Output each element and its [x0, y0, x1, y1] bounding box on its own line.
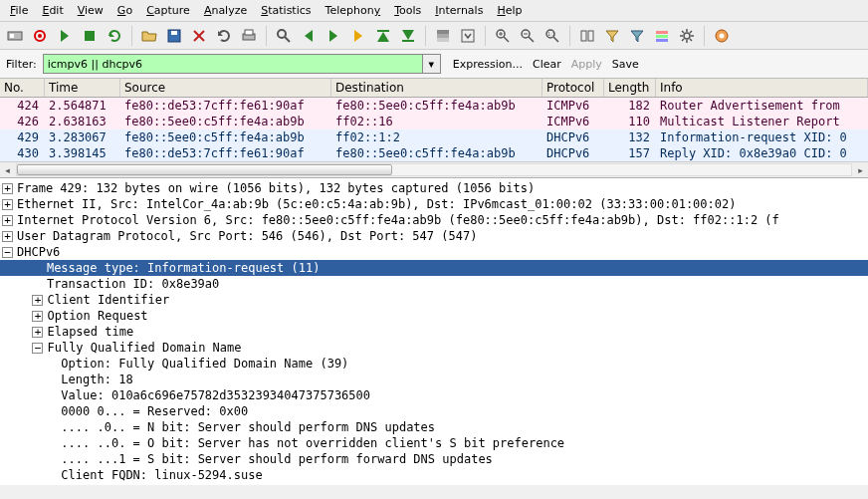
open-file-icon[interactable]: [138, 25, 160, 47]
cell-protocol: DHCPv6: [542, 129, 604, 145]
expand-icon[interactable]: +: [32, 295, 43, 306]
display-filters-icon[interactable]: [626, 25, 648, 47]
col-time[interactable]: Time: [45, 79, 120, 97]
go-to-packet-icon[interactable]: [347, 25, 369, 47]
menu-edit[interactable]: Edit: [36, 2, 69, 19]
toolbar: 1:1: [0, 22, 868, 50]
tree-fqdn[interactable]: −Fully Qualified Domain Name: [0, 340, 868, 356]
col-no[interactable]: No.: [0, 79, 45, 97]
expand-icon[interactable]: +: [2, 199, 13, 210]
interfaces-icon[interactable]: [4, 25, 26, 47]
expand-icon[interactable]: +: [32, 311, 43, 322]
packet-row[interactable]: 4303.398145fe80::de53:7cff:fe61:90affe80…: [0, 145, 868, 161]
zoom-in-icon[interactable]: [492, 25, 514, 47]
stop-capture-icon[interactable]: [79, 25, 101, 47]
packet-row[interactable]: 4242.564871fe80::de53:7cff:fe61:90affe80…: [0, 98, 868, 114]
tree-fqdn-length[interactable]: Length: 18: [0, 372, 868, 387]
tree-ethernet[interactable]: +Ethernet II, Src: IntelCor_4a:ab:9b (5c…: [0, 196, 868, 212]
print-icon[interactable]: [238, 25, 260, 47]
menu-capture[interactable]: Capture: [140, 2, 196, 19]
svg-text:1:1: 1:1: [547, 31, 555, 37]
expand-icon[interactable]: +: [2, 231, 13, 242]
capture-options-icon[interactable]: [29, 25, 51, 47]
collapse-icon[interactable]: −: [32, 343, 43, 354]
filter-clear-button[interactable]: Clear: [533, 58, 561, 71]
expand-icon[interactable]: +: [32, 327, 43, 338]
tree-fqdn-reserved[interactable]: 0000 0... = Reserved: 0x00: [0, 403, 868, 419]
col-destination[interactable]: Destination: [331, 79, 542, 97]
menu-help[interactable]: Help: [491, 2, 528, 19]
save-file-icon[interactable]: [163, 25, 185, 47]
help-icon[interactable]: [711, 25, 733, 47]
cell-time: 3.398145: [45, 145, 120, 161]
scroll-thumb[interactable]: [17, 164, 392, 175]
packet-list-hscrollbar[interactable]: ◂ ▸: [0, 161, 868, 177]
svg-rect-8: [245, 30, 253, 35]
find-icon[interactable]: [273, 25, 295, 47]
tree-frame[interactable]: +Frame 429: 132 bytes on wire (1056 bits…: [0, 180, 868, 196]
menu-statistics[interactable]: Statistics: [255, 2, 317, 19]
menu-analyze[interactable]: Analyze: [198, 2, 253, 19]
go-first-icon[interactable]: [372, 25, 394, 47]
tree-elapsed-time[interactable]: +Elapsed time: [0, 324, 868, 340]
packet-list-header[interactable]: No. Time Source Destination Protocol Len…: [0, 79, 868, 98]
restart-capture-icon[interactable]: [104, 25, 125, 47]
svg-point-9: [278, 30, 286, 38]
cell-protocol: DHCPv6: [542, 145, 604, 161]
col-source[interactable]: Source: [120, 79, 331, 97]
col-info[interactable]: Info: [656, 79, 868, 97]
menu-go[interactable]: Go: [111, 2, 138, 19]
scroll-left-icon[interactable]: ◂: [0, 162, 15, 177]
menu-file[interactable]: File: [4, 2, 34, 19]
go-forward-icon[interactable]: [323, 25, 344, 47]
cell-time: 2.564871: [45, 98, 120, 114]
menu-telephony[interactable]: Telephony: [320, 2, 387, 19]
colorize-icon[interactable]: [432, 25, 454, 47]
packet-row[interactable]: 4293.283067fe80::5ee0:c5ff:fe4a:ab9bff02…: [0, 129, 868, 145]
menu-view[interactable]: View: [72, 2, 109, 19]
packet-row[interactable]: 4262.638163fe80::5ee0:c5ff:fe4a:ab9bff02…: [0, 114, 868, 129]
menu-tools[interactable]: Tools: [388, 2, 427, 19]
go-last-icon[interactable]: [397, 25, 419, 47]
tree-dhcpv6-txid[interactable]: Transaction ID: 0x8e39a0: [0, 276, 868, 292]
tree-fqdn-option[interactable]: Option: Fully Qualified Domain Name (39): [0, 356, 868, 372]
tree-dhcpv6-msg-type[interactable]: Message type: Information-request (11): [0, 260, 868, 276]
zoom-100-icon[interactable]: 1:1: [542, 25, 563, 47]
auto-scroll-icon[interactable]: [457, 25, 479, 47]
preferences-icon[interactable]: [676, 25, 698, 47]
close-file-icon[interactable]: [188, 25, 210, 47]
svg-rect-12: [437, 30, 449, 34]
cell-info: Router Advertisement from: [656, 98, 868, 114]
expand-icon[interactable]: +: [2, 215, 13, 226]
menu-internals[interactable]: Internals: [429, 2, 489, 19]
go-back-icon[interactable]: [298, 25, 320, 47]
filter-expression-button[interactable]: Expression...: [453, 58, 523, 71]
tree-ipv6[interactable]: +Internet Protocol Version 6, Src: fe80:…: [0, 212, 868, 228]
tree-fqdn-value[interactable]: Value: 010a6c696e75782d35323934047375736…: [0, 387, 868, 403]
col-length[interactable]: Length: [604, 79, 656, 97]
tree-fqdn-client[interactable]: Client FQDN: linux-5294.suse: [0, 467, 868, 483]
cell-length: 132: [604, 129, 656, 145]
tree-option-request[interactable]: +Option Request: [0, 308, 868, 324]
scroll-right-icon[interactable]: ▸: [853, 162, 868, 177]
collapse-icon[interactable]: −: [2, 247, 13, 258]
tree-fqdn-o-bit[interactable]: .... ..0. = O bit: Server has not overri…: [0, 435, 868, 451]
coloring-rules-icon[interactable]: [651, 25, 673, 47]
tree-fqdn-n-bit[interactable]: .... .0.. = N bit: Server should perform…: [0, 419, 868, 435]
expand-icon[interactable]: +: [2, 183, 13, 194]
filter-apply-button[interactable]: Apply: [571, 58, 602, 71]
col-protocol[interactable]: Protocol: [542, 79, 604, 97]
reload-icon[interactable]: [213, 25, 235, 47]
start-capture-icon[interactable]: [54, 25, 76, 47]
filter-save-button[interactable]: Save: [612, 58, 639, 71]
capture-filters-icon[interactable]: [601, 25, 623, 47]
filter-input[interactable]: [43, 54, 423, 74]
resize-columns-icon[interactable]: [576, 25, 598, 47]
tree-dhcpv6[interactable]: −DHCPv6: [0, 244, 868, 260]
zoom-out-icon[interactable]: [517, 25, 539, 47]
filter-dropdown-icon[interactable]: ▾: [423, 54, 441, 74]
tree-fqdn-s-bit[interactable]: .... ...1 = S bit: Server should perform…: [0, 451, 868, 467]
svg-rect-13: [437, 34, 449, 38]
tree-client-id[interactable]: +Client Identifier: [0, 292, 868, 308]
tree-udp[interactable]: +User Datagram Protocol, Src Port: 546 (…: [0, 228, 868, 244]
